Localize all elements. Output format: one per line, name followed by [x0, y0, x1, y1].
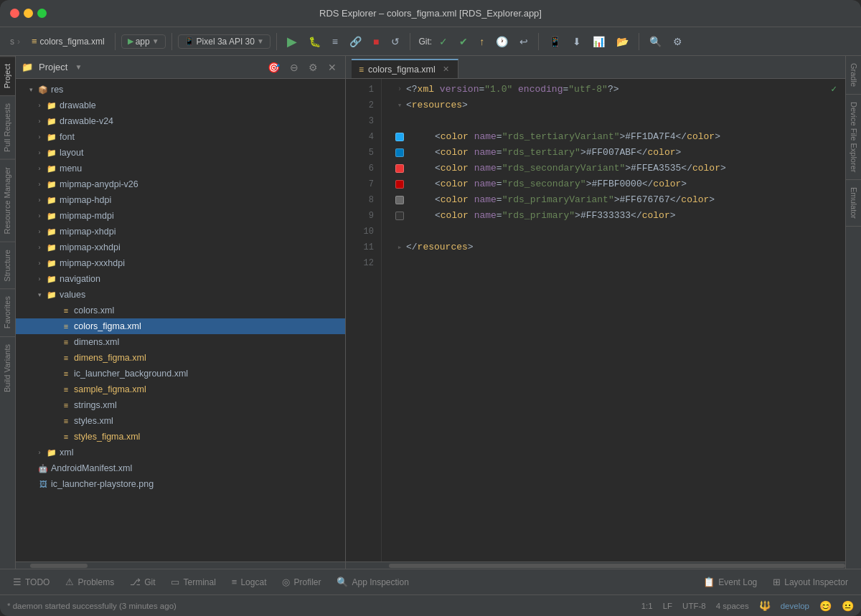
tree-item-colors-figma-xml[interactable]: ≡ colors_figma.xml — [16, 318, 345, 334]
tree-item-dimens-figma-xml[interactable]: ≡ dimens_figma.xml — [16, 350, 345, 366]
breadcrumb-item[interactable]: s › — [6, 34, 24, 49]
editor-tab-colors-figma[interactable]: ≡ colors_figma.xml ✕ — [352, 59, 458, 78]
daemon-status: * daemon started successfully (3 minutes… — [7, 602, 177, 610]
tree-item-values[interactable]: ▾ 📁 values — [16, 287, 345, 303]
bottom-tab-git[interactable]: ⎇ Git — [123, 572, 162, 592]
avd-manager-button[interactable]: 📱 — [545, 34, 565, 49]
right-tab-gradle[interactable]: Gradle — [846, 56, 861, 95]
run-with-coverage-button[interactable]: ≡ — [328, 34, 342, 49]
sidebar-tab-project[interactable]: Project — [0, 56, 15, 95]
tree-item-drawable-v24[interactable]: › 📁 drawable-v24 — [16, 113, 345, 129]
sidebar-tab-resource-manager[interactable]: Resource Manager — [0, 159, 15, 242]
current-file-tab[interactable]: ≡ colors_figma.xml — [27, 34, 109, 49]
tree-item-mipmap-hdpi[interactable]: › 📁 mipmap-hdpi — [16, 192, 345, 208]
tree-item-mipmap-xhdpi[interactable]: › 📁 mipmap-xhdpi — [16, 224, 345, 240]
tree-item-styles[interactable]: ≡ styles.xml — [16, 413, 345, 429]
alert-icon[interactable]: 😐 — [842, 600, 854, 612]
bottom-tab-logcat[interactable]: ≡ Logcat — [225, 572, 274, 592]
sidebar-tab-structure[interactable]: Structure — [0, 242, 15, 289]
tree-item-dimens-xml[interactable]: ≡ dimens.xml — [16, 334, 345, 350]
gutter-8 — [393, 196, 406, 204]
cursor-position[interactable]: 1:1 — [641, 602, 653, 610]
tree-arrow-mipmap-xhdpi: › — [35, 228, 44, 235]
folder-icon-mipmap-xhdpi: 📁 — [46, 226, 57, 237]
panel-settings-button[interactable]: ⚙ — [306, 60, 321, 75]
search-everywhere-button[interactable]: 🔍 — [645, 34, 666, 49]
bottom-tab-problems[interactable]: ⚠ Problems — [58, 572, 121, 592]
build-variant-selector[interactable]: ▶ app ▼ — [121, 34, 166, 49]
minimize-button[interactable] — [24, 9, 33, 18]
tree-scrollbar-thumb[interactable] — [30, 564, 88, 568]
bottom-tab-todo[interactable]: ☰ TODO — [6, 572, 57, 592]
tree-item-ic-launcher-playstore[interactable]: 🖼 ic_launcher-playstore.png — [16, 476, 345, 492]
sync-button[interactable]: ↺ — [387, 34, 404, 49]
indent-setting[interactable]: 4 spaces — [716, 602, 749, 610]
run-button[interactable]: ▶ — [283, 32, 301, 51]
device-selector[interactable]: 📱 Pixel 3a API 30 ▼ — [178, 34, 270, 49]
line-ending[interactable]: LF — [663, 602, 672, 610]
git-update-button[interactable]: ✓ — [435, 34, 452, 49]
tree-item-layout[interactable]: › 📁 layout — [16, 145, 345, 161]
tree-item-menu[interactable]: › 📁 menu — [16, 161, 345, 176]
bottom-tab-terminal-label: Terminal — [183, 577, 215, 587]
editor-scrollbar-thumb[interactable] — [389, 564, 845, 568]
editor-scrollbar[interactable] — [346, 561, 845, 569]
bottom-tab-layout-inspector[interactable]: ⊞ Layout Inspector — [766, 572, 855, 592]
profiler-button[interactable]: 📊 — [588, 34, 609, 49]
tree-item-font[interactable]: › 📁 font — [16, 129, 345, 145]
sidebar-tab-pull-requests[interactable]: Pull Requests — [0, 95, 15, 159]
folder-icon-mipmap-xxxhdpi: 📁 — [46, 257, 57, 269]
sdk-manager-button[interactable]: ⬇ — [568, 34, 585, 49]
tree-item-res[interactable]: ▾ 📦 res — [16, 82, 345, 98]
device-file-explorer-button[interactable]: 📂 — [612, 34, 633, 49]
git-icon: ⎇ — [130, 577, 141, 587]
stop-button[interactable]: ■ — [369, 34, 383, 49]
tree-item-styles-figma[interactable]: ≡ styles_figma.xml — [16, 429, 345, 445]
tree-item-strings[interactable]: ≡ strings.xml — [16, 397, 345, 413]
close-panel-button[interactable]: ✕ — [325, 60, 339, 75]
branch-name[interactable]: develop — [781, 602, 809, 610]
l7-name-attr: name — [474, 176, 497, 192]
code-content[interactable]: › <?xml version="1.0" encoding="utf-8"?>… — [382, 79, 845, 561]
panel-dropdown-arrow[interactable]: ▼ — [75, 63, 82, 71]
bottom-tab-app-inspection[interactable]: 🔍 App Inspection — [329, 572, 415, 592]
notification-icon[interactable]: 😊 — [819, 600, 832, 612]
collapse-all-button[interactable]: ⊖ — [287, 60, 301, 75]
bottom-tab-event-log[interactable]: 📋 Event Log — [696, 572, 764, 592]
title-bar: RDS Explorer – colors_figma.xml [RDS_Exp… — [0, 0, 861, 27]
tree-item-xml-folder[interactable]: › 📁 xml — [16, 445, 345, 460]
git-fetch-button[interactable]: ↑ — [475, 34, 489, 49]
tree-scrollbar[interactable] — [16, 561, 345, 569]
close-button[interactable] — [10, 9, 19, 18]
tree-item-mipmap-xxxhdpi[interactable]: › 📁 mipmap-xxxhdpi — [16, 255, 345, 271]
tree-item-mipmap-xxhdpi[interactable]: › 📁 mipmap-xxhdpi — [16, 240, 345, 255]
sidebar-tab-favorites[interactable]: Favorites — [0, 288, 15, 336]
code-line-11: ▸ </resources> — [393, 240, 845, 255]
maximize-button[interactable] — [37, 9, 47, 18]
tree-item-colors-xml[interactable]: ≡ colors.xml — [16, 303, 345, 318]
git-history-button[interactable]: 🕐 — [491, 34, 512, 49]
sidebar-tab-build-variants[interactable]: Build Variants — [0, 336, 15, 399]
settings-button[interactable]: ⚙ — [669, 34, 687, 49]
gutter-4 — [393, 133, 406, 141]
close-tab-button[interactable]: ✕ — [443, 65, 449, 74]
file-icon-playstore: 🖼 — [37, 478, 49, 490]
tree-item-drawable[interactable]: › 📁 drawable — [16, 98, 345, 113]
encoding[interactable]: UTF-8 — [682, 602, 706, 610]
git-push-button[interactable]: ✔ — [455, 34, 472, 49]
tree-item-android-manifest[interactable]: 🤖 AndroidManifest.xml — [16, 460, 345, 476]
debug-button[interactable]: 🐛 — [304, 34, 325, 49]
git-revert-button[interactable]: ↩ — [515, 34, 532, 49]
tree-item-mipmap-anydpi[interactable]: › 📁 mipmap-anydpi-v26 — [16, 176, 345, 192]
right-tab-device-file-explorer[interactable]: Device File Explorer — [846, 95, 861, 180]
tree-item-sample-figma[interactable]: ≡ sample_figma.xml — [16, 382, 345, 397]
gutter-1: › — [393, 82, 406, 98]
attach-debugger-button[interactable]: 🔗 — [345, 34, 366, 49]
tree-item-ic-launcher-bg[interactable]: ≡ ic_launcher_background.xml — [16, 366, 345, 382]
right-tab-emulator[interactable]: Emulator — [846, 180, 861, 227]
locate-file-button[interactable]: 🎯 — [265, 60, 283, 75]
tree-item-navigation[interactable]: › 📁 navigation — [16, 271, 345, 287]
tree-item-mipmap-mdpi[interactable]: › 📁 mipmap-mdpi — [16, 208, 345, 224]
bottom-tab-terminal[interactable]: ▭ Terminal — [164, 572, 222, 592]
bottom-tab-profiler[interactable]: ◎ Profiler — [275, 572, 328, 592]
